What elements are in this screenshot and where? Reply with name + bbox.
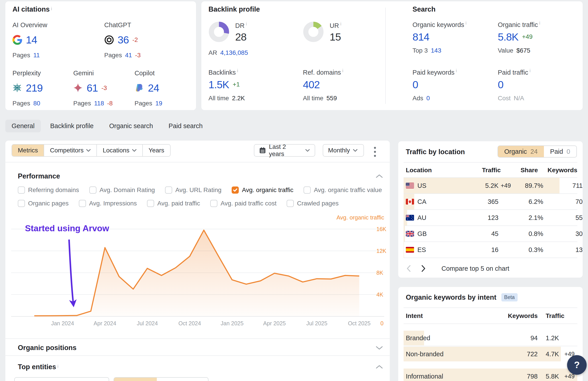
checkbox-organic-pages[interactable]: Organic pages bbox=[18, 200, 69, 207]
organic-traffic-value[interactable]: 5.8K bbox=[498, 31, 519, 43]
col-keywords: Keywords bbox=[543, 167, 577, 174]
info-icon[interactable]: i bbox=[340, 21, 341, 26]
top3-link[interactable]: 143 bbox=[431, 47, 441, 54]
share-bar bbox=[404, 226, 405, 242]
keywords-by-intent-card: Organic keywords by intent Beta Intent K… bbox=[398, 287, 583, 381]
annotation-text: Started using Arvow bbox=[25, 223, 109, 233]
stat-organic-traffic: Organic traffici 5.8K +49 Value$675 bbox=[498, 21, 540, 54]
kebab-menu-icon[interactable] bbox=[374, 147, 376, 157]
pages-link[interactable]: 118 bbox=[94, 100, 104, 107]
gemini-value: 61 bbox=[87, 82, 98, 94]
tab-organic-search[interactable]: Organic search bbox=[103, 120, 159, 132]
intent-row-branded: Branded 94 1.2K bbox=[404, 331, 577, 345]
stat-backlinks: Backlinksi 1.5K +1 All time2.2K bbox=[209, 68, 245, 102]
chatgpt-icon bbox=[104, 35, 114, 45]
top-entities-filter-cutoff[interactable] bbox=[14, 377, 109, 381]
stat-paid-keywords: Paid keywordsi 0 Ads0 bbox=[413, 68, 457, 102]
chevron-down-icon bbox=[353, 149, 357, 152]
ur-value: 15 bbox=[330, 31, 341, 43]
checkbox-avg-paid-traffic[interactable]: Avg. paid traffic bbox=[147, 200, 200, 207]
checkbox-box bbox=[232, 187, 239, 194]
ads-link[interactable]: 0 bbox=[426, 95, 430, 102]
compare-top5-label[interactable]: Compare top 5 on chart bbox=[441, 265, 509, 272]
segment-metrics[interactable]: Metrics bbox=[12, 145, 44, 156]
checkbox-avg-impressions[interactable]: Avg. Impressions bbox=[79, 200, 137, 207]
info-icon[interactable]: i bbox=[465, 21, 466, 25]
pages-link[interactable]: 11 bbox=[33, 52, 40, 59]
stat-paid-traffic: Paid traffici 0 CostN/A bbox=[498, 68, 530, 102]
page-next-icon[interactable] bbox=[421, 265, 426, 272]
keywords-link[interactable]: 722 bbox=[504, 350, 538, 358]
pages-link[interactable]: 19 bbox=[155, 100, 162, 107]
paid-traffic-value[interactable]: 0 bbox=[498, 78, 530, 91]
tab-backlink-profile[interactable]: Backlink profile bbox=[44, 120, 100, 132]
pages-link[interactable]: 41 bbox=[125, 52, 132, 59]
info-icon[interactable]: i bbox=[51, 6, 52, 11]
divider bbox=[5, 339, 390, 339]
copilot-value: 24 bbox=[148, 82, 159, 94]
checkbox-avg-domain-rating[interactable]: Avg. Domain Rating bbox=[89, 187, 155, 194]
keywords-link[interactable]: 30 bbox=[548, 230, 583, 237]
gemini-icon bbox=[73, 83, 83, 93]
google-g-icon bbox=[12, 35, 22, 45]
toggle-paid[interactable]: Paid0 bbox=[544, 146, 576, 157]
ai-citations-card: AI citationsi AI Overview 14 Pages11 Cha… bbox=[5, 1, 196, 110]
keywords-link[interactable]: 711 bbox=[548, 182, 583, 189]
checkbox-box bbox=[79, 200, 86, 207]
ar-link[interactable]: 4,136,085 bbox=[220, 49, 248, 56]
page-prev-icon[interactable] bbox=[406, 265, 411, 272]
performance-chart[interactable]: 16K12K8K4K0 Jan 2024Apr 2024Jul 2024Oct … bbox=[9, 220, 390, 327]
checkbox-avg-organic-traffic[interactable]: Avg. organic traffic bbox=[232, 187, 293, 194]
info-icon[interactable]: i bbox=[246, 21, 247, 26]
info-icon[interactable]: i bbox=[539, 21, 540, 25]
ref-domains-value[interactable]: 402 bbox=[303, 78, 320, 91]
collapse-chevron-up-icon[interactable] bbox=[376, 174, 383, 178]
backlinks-value[interactable]: 1.5K bbox=[209, 78, 229, 91]
es-flag-icon bbox=[406, 247, 414, 253]
keywords-link[interactable]: 94 bbox=[504, 335, 538, 342]
toggle-organic[interactable]: Organic24 bbox=[498, 146, 544, 157]
stat-perplexity: Perplexity 219 Pages80 bbox=[12, 69, 42, 107]
stat-ur: URi 15 bbox=[303, 21, 341, 43]
segment-locations[interactable]: Locations bbox=[97, 145, 143, 156]
help-button[interactable]: ? bbox=[567, 355, 587, 375]
keywords-link[interactable]: 70 bbox=[548, 198, 583, 205]
top-entities-title: Top entities bbox=[18, 363, 56, 371]
keywords-link[interactable]: 798 bbox=[504, 373, 538, 380]
granularity-button[interactable]: Monthly bbox=[323, 144, 364, 157]
paid-keywords-value[interactable]: 0 bbox=[413, 78, 457, 91]
pages-link[interactable]: 80 bbox=[33, 100, 40, 107]
info-icon[interactable]: i bbox=[342, 68, 343, 73]
checkbox-avg-organic-traffic-value[interactable]: Avg. organic traffic value bbox=[304, 187, 382, 194]
info-icon[interactable]: i bbox=[529, 68, 530, 73]
svg-text:Jan 2024: Jan 2024 bbox=[51, 320, 74, 326]
expand-chevron-down-icon[interactable] bbox=[376, 346, 383, 350]
info-icon[interactable]: i bbox=[58, 364, 58, 369]
checkbox-avg-paid-traffic-cost[interactable]: Avg. paid traffic cost bbox=[210, 200, 276, 207]
location-row-au: AU 123 2.1% 55 bbox=[404, 210, 577, 226]
ai-overview-value: 14 bbox=[26, 34, 37, 46]
svg-text:Apr 2024: Apr 2024 bbox=[94, 320, 116, 326]
beta-badge: Beta bbox=[501, 293, 518, 301]
au-flag-icon bbox=[406, 215, 414, 221]
keywords-link[interactable]: 13 bbox=[548, 246, 583, 254]
segment-years[interactable]: Years bbox=[143, 145, 170, 156]
checkbox-crawled-pages[interactable]: Crawled pages bbox=[287, 200, 338, 207]
date-range-button[interactable]: Last 2 years bbox=[254, 144, 315, 157]
organic-keywords-value[interactable]: 814 bbox=[413, 31, 467, 43]
tab-general[interactable]: General bbox=[5, 120, 41, 132]
traffic-by-location-title: Traffic by location bbox=[406, 148, 465, 156]
collapse-chevron-up-icon[interactable] bbox=[376, 365, 383, 369]
checkbox-referring-domains[interactable]: Referring domains bbox=[18, 187, 79, 194]
segment-competitors[interactable]: Competitors bbox=[44, 145, 97, 156]
performance-card: Metrics Competitors Locations Years Last… bbox=[5, 141, 390, 381]
location-row-us: US 5.2K +49 89.7% 711 bbox=[404, 178, 577, 193]
info-icon[interactable]: i bbox=[237, 68, 238, 73]
tab-paid-search[interactable]: Paid search bbox=[162, 120, 209, 132]
stat-organic-keywords: Organic keywordsi 814 Top 3143 bbox=[413, 21, 467, 54]
checkbox-avg-url-rating[interactable]: Avg. URL Rating bbox=[165, 187, 221, 194]
keywords-link[interactable]: 55 bbox=[548, 214, 583, 221]
top-entities-toggle-cutoff[interactable] bbox=[114, 377, 209, 381]
info-icon[interactable]: i bbox=[456, 68, 457, 73]
organic-paid-toggle: Organic24 Paid0 bbox=[498, 146, 577, 158]
